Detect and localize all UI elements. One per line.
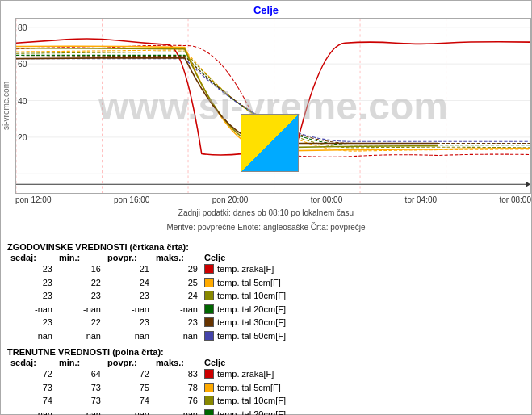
cell-min: 23 xyxy=(56,289,104,303)
cell-sedaj: 74 xyxy=(7,394,56,408)
cell-label: temp. tal 20cm[F] xyxy=(201,408,525,416)
legend-label: temp. zraka[F] xyxy=(217,367,274,381)
cell-sedaj: 23 xyxy=(7,276,56,290)
legend-color xyxy=(204,331,214,341)
x-label-1: pon 16:00 xyxy=(114,195,150,204)
meta-line1: Zadnji podatki: danes ob 08:10 po lokaln… xyxy=(1,206,531,220)
cell-min: 16 xyxy=(56,262,104,276)
th-min-hist: min.: xyxy=(56,253,104,262)
cell-povpr: 21 xyxy=(104,262,153,276)
meta-line2: Meritve: povprečne Enote: angleosaške Čr… xyxy=(1,220,531,235)
y-axis-label: si-vreme.com xyxy=(1,18,15,194)
cell-povpr: 24 xyxy=(104,276,153,290)
table-row: 73 73 75 78 temp. tal 5cm[F] xyxy=(7,381,525,395)
historical-table: sedaj: min.: povpr.: maks.: Celje 23 16 … xyxy=(7,253,525,342)
th-povpr-hist: povpr.: xyxy=(104,253,153,262)
historical-title: ZGODOVINSKE VREDNOSTI (črtkana črta): xyxy=(7,242,525,252)
table-row: 74 73 74 76 temp. tal 10cm[F] xyxy=(7,394,525,408)
cell-label: temp. tal 30cm[F] xyxy=(201,316,525,329)
cell-min: 64 xyxy=(56,367,104,381)
cell-label: temp. tal 20cm[F] xyxy=(201,303,525,316)
legend-label: temp. tal 20cm[F] xyxy=(217,303,286,316)
legend-label: temp. tal 5cm[F] xyxy=(217,381,281,395)
legend-color xyxy=(204,396,214,405)
cell-min: 22 xyxy=(56,276,104,290)
current-tbody: 72 64 72 83 temp. zraka[F] 73 73 75 78 t… xyxy=(7,367,525,415)
cell-maks: 24 xyxy=(153,289,201,303)
cell-maks: 23 xyxy=(153,316,201,329)
cell-min: 73 xyxy=(56,381,104,395)
legend-label: temp. tal 20cm[F] xyxy=(217,408,286,416)
cell-sedaj: 23 xyxy=(7,289,56,303)
cell-maks: 29 xyxy=(153,262,201,276)
cell-min: -nan xyxy=(56,408,104,416)
legend-color xyxy=(204,383,214,392)
cell-maks: 83 xyxy=(153,367,201,381)
cell-povpr: 23 xyxy=(104,289,153,303)
legend-label: temp. tal 5cm[F] xyxy=(217,276,281,290)
cell-sedaj: 73 xyxy=(7,381,56,395)
current-table: sedaj: min.: povpr.: maks.: Celje 72 64 … xyxy=(7,358,525,415)
th-maks-curr: maks.: xyxy=(153,358,201,367)
legend-label: temp. tal 50cm[F] xyxy=(217,329,286,343)
cell-min: 73 xyxy=(56,394,104,408)
table-row: 23 16 21 29 temp. zraka[F] xyxy=(7,262,525,276)
historical-header-row: sedaj: min.: povpr.: maks.: Celje xyxy=(7,253,525,262)
cell-maks: -nan xyxy=(153,303,201,316)
legend-color xyxy=(204,369,214,379)
th-maks-hist: maks.: xyxy=(153,253,201,262)
cell-povpr: 72 xyxy=(104,367,153,381)
divider1 xyxy=(1,237,531,237)
cell-povpr: -nan xyxy=(104,303,153,316)
cell-sedaj: 72 xyxy=(7,367,56,381)
cell-povpr: 74 xyxy=(104,394,153,408)
table-row: -nan -nan -nan -nan temp. tal 20cm[F] xyxy=(7,303,525,316)
cell-povpr: 75 xyxy=(104,381,153,395)
cell-label: temp. tal 10cm[F] xyxy=(201,289,525,303)
cell-min: -nan xyxy=(56,303,104,316)
legend-label: temp. tal 30cm[F] xyxy=(217,316,286,329)
current-title: TRENUTNE VREDNOSTI (polna črta): xyxy=(7,347,525,357)
legend-color xyxy=(204,304,214,314)
chart-title: Celje xyxy=(1,1,531,18)
table-row: -nan -nan -nan -nan temp. tal 50cm[F] xyxy=(7,329,525,343)
table-row: 23 22 24 25 temp. tal 5cm[F] xyxy=(7,276,525,290)
legend-color xyxy=(204,409,214,415)
th-min-curr: min.: xyxy=(56,358,104,367)
legend-color xyxy=(204,317,214,327)
ad-box xyxy=(241,114,299,172)
chart-inner: 80 60 40 20 xyxy=(15,18,531,194)
legend-color xyxy=(204,291,214,300)
svg-text:60: 60 xyxy=(18,59,27,69)
cell-maks: 25 xyxy=(153,276,201,290)
x-label-3: tor 00:00 xyxy=(311,195,342,204)
cell-label: temp. tal 5cm[F] xyxy=(201,276,525,290)
cell-sedaj: 23 xyxy=(7,262,56,276)
cell-label: temp. zraka[F] xyxy=(201,367,525,381)
historical-tbody: 23 16 21 29 temp. zraka[F] 23 22 24 25 t… xyxy=(7,262,525,342)
cell-maks: 76 xyxy=(153,394,201,408)
legend-color xyxy=(204,278,214,287)
cell-label: temp. tal 10cm[F] xyxy=(201,394,525,408)
table-row: 72 64 72 83 temp. zraka[F] xyxy=(7,367,525,381)
table-row: 23 22 23 23 temp. tal 30cm[F] xyxy=(7,316,525,329)
current-section: TRENUTNE VREDNOSTI (polna črta): sedaj: … xyxy=(1,344,531,415)
cell-label: temp. tal 50cm[F] xyxy=(201,329,525,343)
cell-min: 22 xyxy=(56,316,104,329)
cell-maks: 78 xyxy=(153,381,201,395)
th-povpr-curr: povpr.: xyxy=(104,358,153,367)
cell-povpr: -nan xyxy=(104,329,153,343)
table-row: -nan -nan -nan -nan temp. tal 20cm[F] xyxy=(7,408,525,416)
cell-povpr: 23 xyxy=(104,316,153,329)
chart-area: si-vreme.com 80 60 xyxy=(1,18,531,194)
th-label-curr: Celje xyxy=(201,358,525,367)
x-label-2: pon 20:00 xyxy=(212,195,249,204)
cell-sedaj: -nan xyxy=(7,303,56,316)
svg-text:40: 40 xyxy=(18,96,27,106)
cell-label: temp. zraka[F] xyxy=(201,262,525,276)
th-sedaj-hist: sedaj: xyxy=(7,253,56,262)
ad-box-inner xyxy=(241,114,299,172)
th-label-hist: Celje xyxy=(201,253,525,262)
th-sedaj-curr: sedaj: xyxy=(7,358,56,367)
cell-label: temp. tal 5cm[F] xyxy=(201,381,525,395)
